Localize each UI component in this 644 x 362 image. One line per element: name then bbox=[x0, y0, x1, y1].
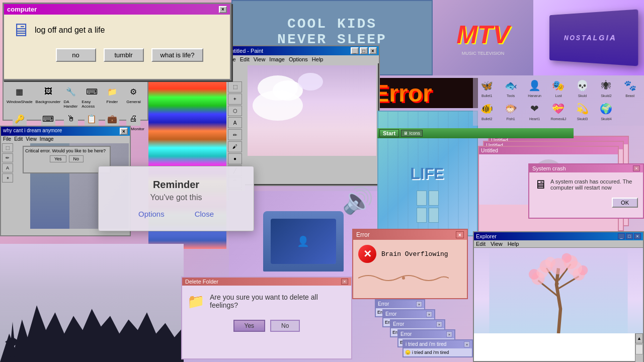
cool-kids-text: COOL KIDS bbox=[287, 16, 377, 32]
prog-easy-access[interactable]: ⌨ Easy Access bbox=[80, 83, 103, 110]
error-brain-text: Brain Overflowing bbox=[381, 250, 448, 258]
tool-text[interactable]: A bbox=[228, 117, 242, 128]
explorer-max-button[interactable]: □ bbox=[626, 233, 633, 239]
sp-file[interactable]: File bbox=[3, 136, 11, 142]
sp-tool-1[interactable]: ⬚ bbox=[2, 143, 13, 152]
tool-pencil[interactable]: ✏ bbox=[228, 129, 242, 140]
prog-windowshade[interactable]: ▦ WindowShade bbox=[6, 83, 34, 110]
reminder-dialog: Reminder You've got this Options Close bbox=[98, 166, 254, 231]
delete-close-button[interactable]: × bbox=[341, 279, 348, 285]
svg-point-0 bbox=[402, 277, 405, 280]
scroll-thumb[interactable] bbox=[635, 344, 643, 354]
menu-help[interactable]: Help bbox=[312, 56, 324, 62]
tool-spray[interactable]: ● bbox=[228, 153, 242, 164]
critical-yes-button[interactable]: Yes bbox=[50, 155, 66, 162]
reminder-close-button[interactable]: Close bbox=[195, 210, 214, 218]
taskbar: Start 🖥 Icons bbox=[377, 128, 574, 138]
menu-image[interactable]: Image bbox=[269, 56, 285, 62]
scroll-up-button[interactable]: ▲ bbox=[635, 333, 643, 343]
start-button[interactable]: Start bbox=[379, 129, 399, 137]
crash-ok-button[interactable]: OK bbox=[612, 198, 638, 208]
prog-da-handler[interactable]: 🔧 DA Handler bbox=[62, 83, 79, 110]
icon-bullet2[interactable]: 🐠 Bullet2 bbox=[475, 101, 498, 123]
crash-titlebar: System crash × bbox=[529, 164, 643, 172]
prog-backgrounder[interactable]: 🖼 Backgrounder bbox=[35, 83, 62, 110]
sp-image[interactable]: Image bbox=[40, 136, 54, 142]
prog-finder[interactable]: 📁 Finder bbox=[104, 83, 121, 110]
tool-fill[interactable]: ⬡ bbox=[228, 106, 242, 117]
icon-person[interactable]: 👤 Hanarun bbox=[523, 78, 546, 100]
critical-no-button[interactable]: No bbox=[69, 155, 84, 162]
person-icon: 👤 bbox=[527, 78, 542, 93]
error-close-button[interactable]: × bbox=[456, 231, 464, 238]
system-crash-dialog: System crash × 🖥 A system crash has occu… bbox=[528, 163, 644, 219]
sp-tool-4[interactable]: ⌖ bbox=[2, 173, 13, 183]
crash-close-button[interactable]: × bbox=[633, 165, 640, 171]
explorer-min-button[interactable]: _ bbox=[618, 233, 625, 239]
reminder-options-button[interactable]: Options bbox=[138, 210, 165, 218]
icon-tools[interactable]: 🐟 Tools bbox=[499, 78, 522, 100]
prog-label: DA Handler bbox=[63, 100, 78, 109]
mini-error-3-close[interactable]: × bbox=[436, 321, 442, 327]
delete-yes-button[interactable]: Yes bbox=[233, 320, 266, 332]
explorer-titlebar: Explorer _ □ × bbox=[474, 232, 643, 240]
explorer-menu-edit[interactable]: Edit bbox=[476, 241, 486, 247]
life-text: LIFE bbox=[410, 164, 444, 183]
icon-spider[interactable]: 🕷 Skuld2 bbox=[595, 78, 617, 100]
key-layout-icon: 🔑 bbox=[13, 112, 27, 126]
icon-fish[interactable]: 🐡 Fish1 bbox=[499, 101, 522, 123]
bld-window-2 bbox=[429, 191, 439, 206]
mspaint-menubar: File Edit View Image Options Help bbox=[225, 55, 379, 63]
icon-romeo[interactable]: 💝 Romeo&J bbox=[547, 101, 570, 123]
icon-lust[interactable]: 🎭 Lust bbox=[547, 78, 570, 100]
icon-heart[interactable]: ❤ Heart1 bbox=[523, 101, 546, 123]
prog-label: Easy Access bbox=[82, 100, 102, 109]
close-button[interactable]: × bbox=[369, 47, 377, 54]
explorer-scrollbar[interactable]: ▲ ▼ bbox=[635, 333, 643, 362]
sp-edit[interactable]: Edit bbox=[14, 136, 23, 142]
explorer-menu-view[interactable]: View bbox=[491, 241, 503, 247]
sp-view[interactable]: View bbox=[26, 136, 37, 142]
sp-tool-2[interactable]: ✏ bbox=[2, 153, 13, 162]
mini-error-1-close[interactable]: × bbox=[416, 301, 422, 307]
mini-error-4-close[interactable]: × bbox=[446, 331, 452, 337]
icon-beast[interactable]: 🐾 Beast bbox=[619, 78, 641, 100]
prog-general[interactable]: ⚙ General bbox=[122, 83, 145, 110]
laptop-image: 👤 bbox=[263, 211, 344, 272]
explorer-close-button[interactable]: × bbox=[634, 233, 641, 239]
mini-error-5-close[interactable]: × bbox=[464, 341, 470, 347]
icon-label: Skuld2 bbox=[601, 94, 611, 98]
icon-butterfly[interactable]: 🦋 Bullet1 bbox=[475, 78, 498, 100]
multifinder-icon: 📋 bbox=[85, 112, 99, 126]
mini-error-2-close[interactable]: × bbox=[426, 311, 432, 317]
what-is-life-button[interactable]: what is life? bbox=[151, 48, 204, 62]
icon-earth[interactable]: 🌍 Skuld4 bbox=[595, 101, 617, 123]
maximize-button[interactable]: □ bbox=[360, 47, 368, 54]
computer-close-button[interactable]: × bbox=[219, 6, 227, 13]
fish-icon: 🐡 bbox=[503, 101, 518, 116]
menu-options[interactable]: Options bbox=[289, 56, 308, 62]
tool-lasso[interactable]: ⌖ bbox=[228, 94, 242, 105]
prog-label: Finder bbox=[107, 100, 118, 104]
plant-area bbox=[0, 244, 184, 362]
stacked-win-3-tb: Untitled bbox=[479, 147, 618, 154]
explorer-menu-help[interactable]: Help bbox=[508, 241, 519, 247]
sp-close-button[interactable]: × bbox=[120, 128, 128, 135]
menu-view[interactable]: View bbox=[254, 56, 266, 62]
reminder-message: You've got this bbox=[150, 193, 202, 202]
no-button[interactable]: no bbox=[56, 48, 96, 62]
icon-skuld3[interactable]: 💫 Skuld3 bbox=[571, 101, 594, 123]
icon-skull[interactable]: 💀 Skuld bbox=[571, 78, 594, 100]
taskbar-item-icons[interactable]: 🖥 Icons bbox=[401, 130, 423, 137]
delete-no-button[interactable]: No bbox=[270, 320, 300, 332]
tumblr-button[interactable]: tumblr bbox=[104, 48, 144, 62]
menu-edit[interactable]: Edit bbox=[240, 56, 250, 62]
small-paint-title: why cant i dream anymore bbox=[3, 128, 62, 135]
sp-tool-3[interactable]: A bbox=[2, 163, 13, 172]
tool-select[interactable]: ⬚ bbox=[228, 81, 242, 93]
delete-buttons: Yes No bbox=[182, 317, 351, 337]
mini-error-5-body: 😞 i tried and i'm tired bbox=[404, 348, 472, 356]
explorer-title: Explorer bbox=[476, 233, 497, 239]
minimize-button[interactable]: _ bbox=[351, 47, 359, 54]
tool-brush[interactable]: 🖌 bbox=[228, 141, 242, 152]
